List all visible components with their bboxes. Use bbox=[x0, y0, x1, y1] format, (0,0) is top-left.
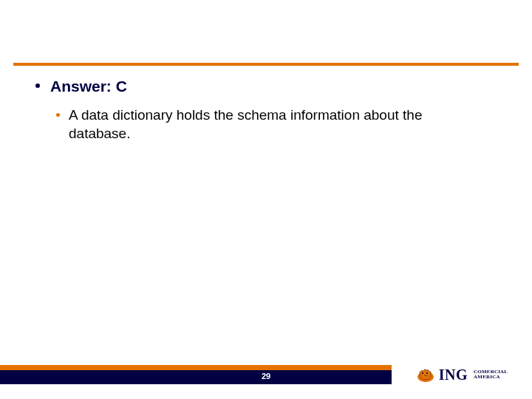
svg-point-2 bbox=[426, 372, 428, 374]
bullet-icon bbox=[35, 83, 40, 88]
top-divider bbox=[13, 63, 519, 66]
slide-content: Answer: C A data dictionary holds the sc… bbox=[35, 77, 497, 149]
footer-logo-block: ING COMERCIAL AMERICA bbox=[392, 365, 532, 384]
answer-heading: Answer: C bbox=[50, 77, 127, 96]
bullet-level2: A data dictionary holds the schema infor… bbox=[56, 106, 497, 143]
brand-subtitle: COMERCIAL AMERICA bbox=[474, 369, 508, 380]
bullet-level1: Answer: C bbox=[35, 77, 497, 96]
slide-footer: 29 ING COMERCIAL AMERICA bbox=[0, 365, 532, 384]
svg-point-1 bbox=[422, 372, 423, 374]
lion-icon bbox=[416, 366, 435, 383]
brand-logo: ING COMERCIAL AMERICA bbox=[416, 366, 508, 383]
brand-sub-line2: AMERICA bbox=[474, 375, 508, 380]
brand-name: ING bbox=[439, 366, 468, 383]
bullet-icon bbox=[56, 113, 60, 117]
answer-detail: A data dictionary holds the schema infor… bbox=[69, 106, 468, 143]
